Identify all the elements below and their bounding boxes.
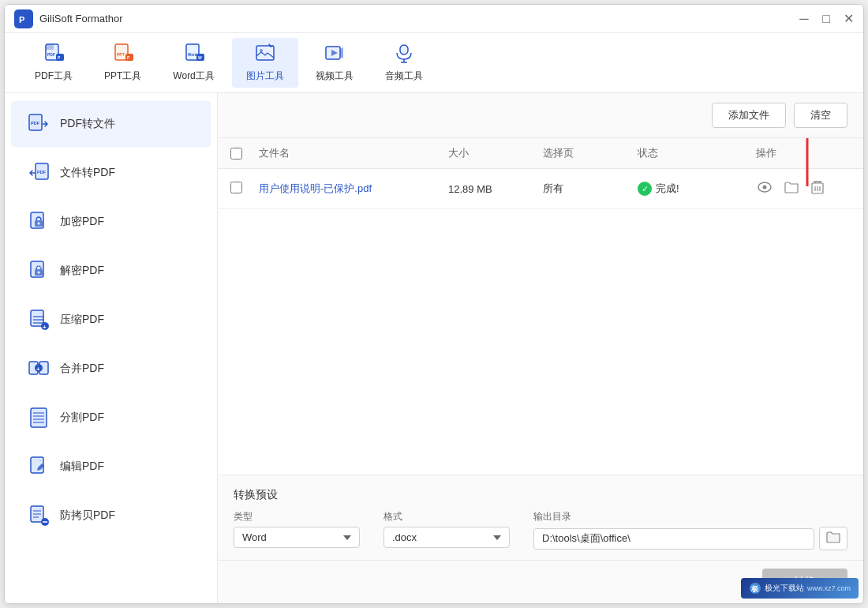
sidebar-label-pdf-to-file: PDF转文件 — [60, 117, 115, 131]
main-body: PDF PDF转文件 PDF 文件转PDF — [5, 93, 863, 603]
output-path-input[interactable] — [533, 528, 814, 550]
table-row: 用户使用说明-已保护.pdf 12.89 MB 所有 ✓ 完成! — [218, 169, 863, 209]
format-label: 格式 — [383, 510, 510, 524]
row-pages: 所有 — [543, 182, 638, 196]
type-field: 类型 Word Excel PowerPoint HTML Text — [234, 510, 360, 548]
sidebar-item-anti-copy-pdf[interactable]: 防拷贝PDF — [11, 493, 211, 539]
row-filename: 用户使用说明-已保护.pdf — [259, 182, 448, 196]
row-checkbox-cell — [230, 182, 259, 196]
clear-button[interactable]: 清空 — [794, 103, 847, 128]
file-table: 文件名 大小 选择页 状态 操作 用户使用说明-已保护.pdf 12.89 MB… — [218, 138, 863, 475]
svg-text:PPT: PPT — [117, 52, 125, 57]
svg-rect-3 — [46, 44, 54, 50]
sidebar-label-edit-pdf: 编辑PDF — [60, 460, 104, 474]
pdf-to-file-icon: PDF — [27, 112, 51, 136]
tab-pdf[interactable]: PDF P PDF工具 — [21, 38, 87, 88]
pdf-icon: PDF P — [43, 43, 64, 67]
add-file-button[interactable]: 添加文件 — [712, 103, 786, 128]
select-all-checkbox[interactable] — [230, 148, 242, 160]
audio-icon — [394, 43, 414, 67]
sidebar-label-compress-pdf: 压缩PDF — [60, 313, 104, 327]
svg-rect-15 — [256, 46, 274, 60]
output-row — [533, 527, 847, 550]
col-pages: 选择页 — [543, 146, 638, 160]
table-header: 文件名 大小 选择页 状态 操作 — [218, 138, 863, 169]
conversion-row: 类型 Word Excel PowerPoint HTML Text 格式 .d… — [234, 510, 847, 550]
merge-pdf-icon: + — [27, 357, 51, 381]
row-operations — [756, 178, 851, 199]
sidebar-label-anti-copy-pdf: 防拷贝PDF — [60, 509, 115, 523]
svg-point-32 — [38, 272, 40, 274]
tab-audio-label: 音频工具 — [385, 69, 423, 83]
app-title: GiliSoft Formathor — [39, 13, 122, 24]
format-field: 格式 .docx .doc .rtf — [383, 510, 510, 548]
svg-text:PDF: PDF — [31, 121, 40, 126]
tab-image[interactable]: 图片工具 — [232, 38, 298, 88]
sidebar-label-split-pdf: 分割PDF — [60, 411, 104, 425]
svg-rect-33 — [31, 310, 43, 326]
col-filename: 文件名 — [259, 146, 448, 160]
sidebar: PDF PDF转文件 PDF 文件转PDF — [5, 93, 218, 603]
svg-text:PDF: PDF — [47, 52, 55, 57]
sidebar-item-decrypt-pdf[interactable]: 解密PDF — [11, 248, 211, 294]
encrypt-pdf-icon — [27, 210, 51, 234]
sidebar-label-decrypt-pdf: 解密PDF — [60, 264, 104, 278]
sidebar-item-compress-pdf[interactable]: + 压缩PDF — [11, 297, 211, 343]
watermark-badge: 极 极光下载站 www.xz7.com — [741, 578, 859, 599]
edit-pdf-icon — [27, 455, 51, 479]
sidebar-item-file-to-pdf[interactable]: PDF 文件转PDF — [11, 150, 211, 196]
type-select[interactable]: Word Excel PowerPoint HTML Text — [234, 527, 360, 548]
sidebar-item-encrypt-pdf[interactable]: 加密PDF — [11, 199, 211, 245]
tab-ppt[interactable]: PPT P PPT工具 — [90, 38, 155, 88]
action-bar: 添加文件 清空 — [218, 93, 863, 138]
tab-audio[interactable]: 音频工具 — [371, 38, 437, 88]
output-field: 输出目录 — [533, 510, 847, 550]
row-checkbox[interactable] — [230, 182, 242, 193]
col-size: 大小 — [448, 146, 543, 160]
svg-text:P: P — [19, 15, 24, 24]
titlebar-left: P GiliSoft Formathor — [14, 9, 122, 28]
word-icon: Word W — [184, 43, 204, 67]
svg-point-29 — [38, 223, 40, 225]
preview-button[interactable] — [756, 180, 773, 197]
content-area: 添加文件 清空 文件名 大小 选择页 状态 操作 — [218, 93, 863, 603]
row-status: ✓ 完成! — [638, 182, 756, 196]
toolbar: PDF P PDF工具 PPT P PPT工具 — [5, 33, 863, 93]
type-label: 类型 — [234, 510, 360, 524]
tab-ppt-label: PPT工具 — [104, 69, 141, 83]
col-status: 状态 — [638, 146, 756, 160]
sidebar-label-merge-pdf: 合并PDF — [60, 362, 104, 376]
svg-point-57 — [763, 186, 767, 190]
conversion-settings: 转换预设 类型 Word Excel PowerPoint HTML Text — [218, 475, 863, 560]
minimize-button[interactable]: ─ — [799, 13, 810, 24]
compress-pdf-icon: + — [27, 308, 51, 332]
sidebar-item-merge-pdf[interactable]: + 合并PDF — [11, 346, 211, 392]
close-button[interactable]: ✕ — [843, 13, 854, 24]
col-checkbox — [230, 146, 259, 160]
watermark-icon: 极 — [749, 582, 761, 595]
watermark-text: 极光下载站 — [765, 583, 804, 594]
file-to-pdf-icon: PDF — [27, 161, 51, 185]
status-text: 完成! — [656, 182, 679, 196]
maximize-button[interactable]: □ — [821, 13, 832, 24]
app-window: P GiliSoft Formathor ─ □ ✕ PDF P PDF工具 — [4, 4, 864, 604]
tab-word[interactable]: Word W Word工具 — [159, 38, 228, 88]
tab-video[interactable]: 视频工具 — [301, 38, 368, 88]
tab-pdf-label: PDF工具 — [35, 69, 73, 83]
sidebar-item-pdf-to-file[interactable]: PDF PDF转文件 — [11, 101, 211, 147]
tab-video-label: 视频工具 — [316, 69, 354, 83]
sidebar-label-encrypt-pdf: 加密PDF — [60, 215, 104, 229]
ppt-icon: PPT P — [113, 43, 133, 67]
split-pdf-icon — [27, 406, 51, 430]
sidebar-item-edit-pdf[interactable]: 编辑PDF — [11, 444, 211, 490]
svg-text:+: + — [43, 324, 47, 331]
format-select[interactable]: .docx .doc .rtf — [383, 527, 510, 548]
tab-word-label: Word工具 — [173, 69, 214, 83]
output-folder-button[interactable] — [819, 527, 847, 550]
svg-text:W: W — [198, 55, 202, 60]
svg-rect-20 — [400, 45, 408, 54]
svg-text:极: 极 — [750, 585, 759, 593]
titlebar-controls: ─ □ ✕ — [799, 13, 854, 24]
sidebar-item-split-pdf[interactable]: 分割PDF — [11, 395, 211, 441]
output-label: 输出目录 — [533, 510, 847, 524]
